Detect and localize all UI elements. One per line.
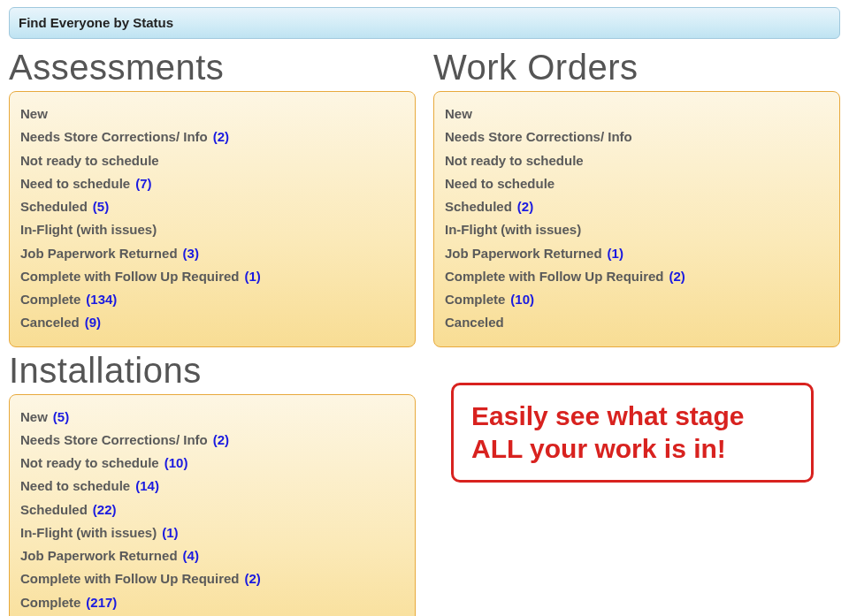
status-count: (4) [183, 545, 199, 566]
status-row[interactable]: New (5) [20, 407, 404, 427]
status-count: (2) [517, 196, 533, 217]
status-count: (3) [183, 243, 199, 263]
status-label: New [445, 103, 472, 124]
status-label: Canceled [20, 312, 80, 332]
status-count: (1) [162, 522, 178, 543]
status-label: Job Paperwork Returned [20, 545, 178, 566]
status-row[interactable]: Job Paperwork Returned (4) [20, 545, 404, 566]
status-row[interactable]: Scheduled (22) [20, 499, 404, 520]
status-label: Complete [445, 289, 505, 309]
status-count: (10) [510, 289, 534, 309]
status-row[interactable]: New [445, 103, 829, 124]
assessments-panel: New Needs Store Corrections/ Info(2) Not… [9, 91, 416, 347]
assessments-title: Assessments [9, 48, 416, 87]
status-label: New [20, 407, 48, 427]
status-row[interactable]: Job Paperwork Returned (3) [20, 243, 404, 263]
status-label: Needs Store Corrections/ Info [20, 430, 208, 450]
status-row[interactable]: Need to schedule(7) [20, 173, 404, 194]
status-count: (2) [213, 126, 229, 147]
status-count: (22) [93, 499, 117, 520]
status-label: Complete with Follow Up Required [445, 266, 664, 286]
status-row[interactable]: Scheduled(5) [20, 196, 404, 217]
status-row[interactable]: Job Paperwork Returned(1) [445, 243, 829, 263]
status-row[interactable]: Needs Store Corrections/ Info [445, 126, 829, 147]
main-columns: Assessments New Needs Store Corrections/… [9, 44, 840, 616]
status-label: Complete with Follow Up Required [20, 266, 240, 286]
status-count: (2) [213, 430, 229, 450]
header-title: Find Everyone by Status [19, 15, 173, 30]
status-label: Need to schedule [20, 475, 130, 496]
status-row[interactable]: Scheduled (2) [445, 196, 829, 217]
status-row[interactable]: Needs Store Corrections/ Info(2) [20, 430, 404, 450]
workorders-panel: New Needs Store Corrections/ Info Not re… [433, 91, 840, 347]
find-everyone-header[interactable]: Find Everyone by Status [9, 7, 840, 39]
status-row[interactable]: In-Flight (with issues) [20, 219, 404, 240]
status-label: Complete [20, 289, 80, 309]
left-column: Assessments New Needs Store Corrections/… [9, 44, 416, 616]
status-count: (5) [53, 407, 69, 427]
status-count: (5) [93, 196, 109, 217]
callout-line2: ALL your work is in! [471, 432, 793, 466]
status-row[interactable]: In-Flight (with issues) (1) [20, 522, 404, 543]
status-row[interactable]: Canceled [445, 312, 829, 332]
status-count: (134) [86, 289, 117, 309]
status-row[interactable]: Complete with Follow Up Required(2) [20, 568, 404, 589]
status-count: (9) [85, 312, 101, 332]
status-label: In-Flight (with issues) [20, 522, 157, 543]
promo-callout: Easily see what stage ALL your work is i… [451, 383, 814, 483]
status-count: (2) [245, 568, 261, 589]
status-label: Complete with Follow Up Required [20, 568, 240, 589]
status-row[interactable]: Not ready to schedule(10) [20, 452, 404, 473]
status-label: Scheduled [20, 499, 88, 520]
status-label: Not ready to schedule [20, 452, 159, 473]
status-row[interactable]: Complete (134) [20, 289, 404, 309]
status-count: (2) [669, 266, 685, 286]
status-label: Needs Store Corrections/ Info [445, 126, 632, 147]
status-label: Scheduled [445, 196, 512, 217]
status-row[interactable]: Complete with Follow Up Required(2) [445, 266, 829, 286]
status-row[interactable]: Not ready to schedule [20, 150, 404, 171]
status-count: (14) [135, 475, 159, 496]
installations-title: Installations [9, 351, 416, 391]
status-label: Need to schedule [20, 173, 130, 194]
status-row[interactable]: Complete (217) [20, 592, 404, 612]
status-label: In-Flight (with issues) [20, 219, 157, 240]
status-label: In-Flight (with issues) [445, 219, 581, 240]
status-label: Not ready to schedule [20, 150, 159, 171]
status-row[interactable]: Complete with Follow Up Required(1) [20, 266, 404, 286]
callout-line1: Easily see what stage [471, 399, 793, 433]
status-label: Job Paperwork Returned [445, 243, 602, 263]
status-count: (7) [135, 173, 151, 194]
right-column: Work Orders New Needs Store Corrections/… [433, 44, 840, 616]
status-row[interactable]: In-Flight (with issues) [445, 219, 829, 240]
status-label: Needs Store Corrections/ Info [20, 126, 208, 147]
status-row[interactable]: Not ready to schedule [445, 150, 829, 171]
status-label: Canceled [445, 312, 504, 332]
status-row[interactable]: Needs Store Corrections/ Info(2) [20, 126, 404, 147]
installations-panel: New (5) Needs Store Corrections/ Info(2)… [9, 394, 416, 617]
status-label: Not ready to schedule [445, 150, 584, 171]
status-label: Job Paperwork Returned [20, 243, 178, 263]
status-count: (1) [608, 243, 623, 263]
status-label: Complete [20, 592, 80, 612]
status-label: Scheduled [20, 196, 88, 217]
status-row[interactable]: Need to schedule [445, 173, 829, 194]
status-row[interactable]: New [20, 103, 404, 124]
workorders-title: Work Orders [433, 48, 840, 87]
status-row[interactable]: Need to schedule(14) [20, 475, 404, 496]
status-count: (1) [245, 266, 261, 286]
status-row[interactable]: Canceled (9) [20, 312, 404, 332]
status-row[interactable]: Complete (10) [445, 289, 829, 309]
status-label: New [20, 103, 48, 124]
status-label: Need to schedule [445, 173, 555, 194]
status-count: (10) [164, 452, 188, 473]
status-count: (217) [86, 592, 117, 612]
